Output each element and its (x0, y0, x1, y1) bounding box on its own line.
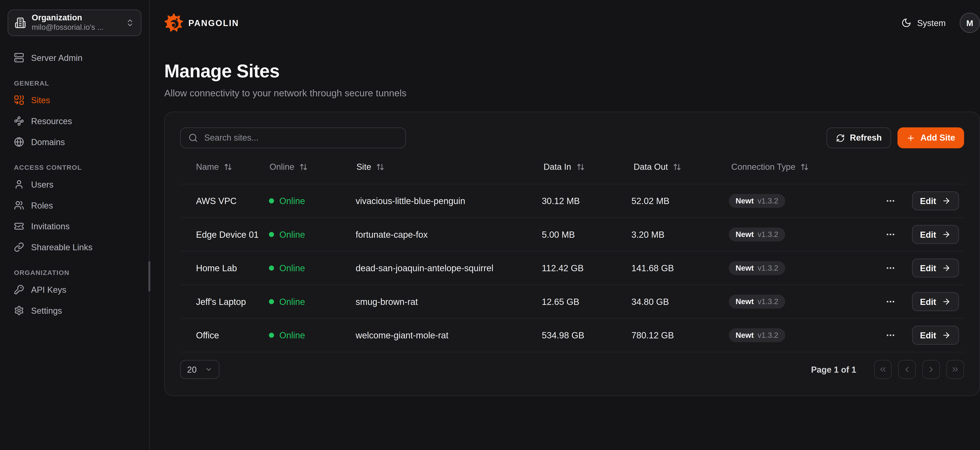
arrow-right-icon (942, 264, 951, 273)
org-switcher[interactable]: Organization milo@fossorial.io's ... (8, 10, 142, 36)
column-header-online[interactable]: Online (269, 162, 307, 171)
data-out-value: 3.20 MB (632, 229, 729, 239)
connection-badge: Newtv1.3.2 (729, 194, 785, 208)
table-row: Home Lab Online dead-san-joaquin-antelop… (180, 251, 964, 285)
column-header-name[interactable]: Name (196, 162, 232, 171)
site-name: Home Lab (180, 263, 269, 273)
sidebar-item-label: Resources (31, 116, 72, 126)
site-name: Jeff's Laptop (180, 296, 269, 307)
data-in-value: 112.42 GB (542, 263, 631, 273)
sidebar-item-settings[interactable]: Settings (8, 303, 142, 319)
first-page-button[interactable] (874, 360, 892, 379)
connection-type-cell: Newtv1.3.2 (729, 328, 884, 342)
connection-badge: Newtv1.3.2 (729, 295, 785, 309)
edit-button[interactable]: Edit (912, 258, 959, 277)
combine-icon (14, 95, 24, 105)
users-icon (14, 200, 24, 211)
avatar-initial: M (966, 18, 973, 28)
prev-page-button[interactable] (898, 360, 916, 379)
connection-type-cell: Newtv1.3.2 (729, 228, 884, 241)
search-icon (188, 133, 198, 143)
edit-button[interactable]: Edit (912, 225, 959, 244)
topbar: PANGOLIN System M (150, 0, 980, 46)
last-page-button[interactable] (946, 360, 964, 379)
data-in-value: 12.65 GB (542, 296, 631, 307)
ellipsis-icon (885, 263, 895, 273)
sort-icon (224, 163, 232, 171)
sidebar-nav: Server Admin GENERAL Sites Resources Dom (8, 49, 142, 318)
pagination: Page 1 of 1 (811, 360, 964, 379)
row-menu-button[interactable] (884, 295, 897, 308)
sidebar-item-roles[interactable]: Roles (8, 197, 142, 214)
row-menu-button[interactable] (884, 329, 897, 342)
chevrons-up-down-icon (126, 18, 134, 27)
ticket-check-icon (14, 221, 24, 231)
refresh-button[interactable]: Refresh (826, 127, 891, 148)
data-out-value: 52.02 MB (632, 196, 729, 206)
row-actions: Edit (884, 225, 964, 244)
data-in-value: 534.98 GB (542, 330, 631, 340)
org-switcher-text: Organization milo@fossorial.io's ... (32, 13, 120, 33)
chevrons-right-icon (951, 365, 959, 374)
connection-badge: Newtv1.3.2 (729, 261, 785, 275)
sidebar-resize-handle[interactable] (148, 261, 150, 292)
avatar[interactable]: M (959, 13, 980, 33)
page-size-select[interactable]: 20 (180, 360, 220, 379)
card-toolbar: Refresh Add Site (180, 127, 964, 148)
column-header-data-in[interactable]: Data In (544, 162, 584, 171)
next-page-button[interactable] (922, 360, 940, 379)
arrow-right-icon (942, 331, 951, 339)
theme-toggle[interactable]: System (901, 18, 946, 28)
arrow-right-icon (942, 297, 951, 306)
data-in-value: 30.12 MB (542, 196, 631, 206)
column-header-connection-type[interactable]: Connection Type (731, 162, 809, 171)
site-slug: dead-san-joaquin-antelope-squirrel (356, 263, 542, 273)
row-menu-button[interactable] (884, 195, 897, 207)
edit-button[interactable]: Edit (912, 292, 959, 311)
row-menu-button[interactable] (884, 261, 897, 274)
plus-icon (907, 133, 915, 142)
site-status: Online (269, 229, 356, 239)
sidebar-item-sites[interactable]: Sites (8, 92, 142, 108)
row-menu-button[interactable] (884, 228, 897, 241)
ellipsis-icon (885, 330, 895, 340)
site-slug: smug-brown-rat (356, 296, 542, 307)
sidebar-item-api-keys[interactable]: API Keys (8, 281, 142, 298)
sidebar-item-resources[interactable]: Resources (8, 113, 142, 129)
add-site-button[interactable]: Add Site (898, 127, 964, 148)
user-icon (14, 179, 24, 190)
sidebar-item-label: Shareable Links (31, 242, 92, 252)
column-header-data-out[interactable]: Data Out (634, 162, 681, 171)
sidebar-item-label: Invitations (31, 222, 70, 231)
edit-button[interactable]: Edit (912, 191, 959, 210)
site-status: Online (269, 296, 356, 307)
sidebar-item-users[interactable]: Users (8, 176, 142, 193)
sidebar-item-server-admin[interactable]: Server Admin (8, 49, 142, 66)
sidebar-item-shareable-links[interactable]: Shareable Links (8, 239, 142, 255)
sidebar-item-domains[interactable]: Domains (8, 134, 142, 150)
toolbar-buttons: Refresh Add Site (826, 127, 964, 148)
section-label-access-control: ACCESS CONTROL (14, 163, 135, 171)
theme-label: System (917, 18, 946, 28)
main-area: PANGOLIN System M Manage Sites Allow con… (150, 0, 980, 450)
waypoints-icon (14, 116, 24, 126)
online-dot-icon (269, 299, 274, 304)
refresh-icon (836, 133, 845, 142)
key-icon (14, 285, 24, 295)
org-title: Organization (32, 13, 120, 23)
edit-button[interactable]: Edit (912, 326, 959, 345)
arrow-right-icon (942, 196, 951, 205)
site-status: Online (269, 263, 356, 273)
search-input[interactable] (204, 133, 398, 143)
add-site-label: Add Site (920, 133, 955, 143)
site-slug: vivacious-little-blue-penguin (356, 196, 542, 206)
search-box[interactable] (180, 127, 406, 148)
topbar-right: System M (901, 13, 980, 33)
page-subtitle: Allow connectivity to your network throu… (164, 87, 980, 98)
sort-icon (800, 163, 809, 171)
connection-type-cell: Newtv1.3.2 (729, 261, 884, 275)
sidebar-item-label: Settings (31, 306, 62, 315)
column-header-site[interactable]: Site (356, 162, 385, 171)
sidebar-item-invitations[interactable]: Invitations (8, 218, 142, 235)
sidebar-item-label: Server Admin (31, 53, 83, 62)
